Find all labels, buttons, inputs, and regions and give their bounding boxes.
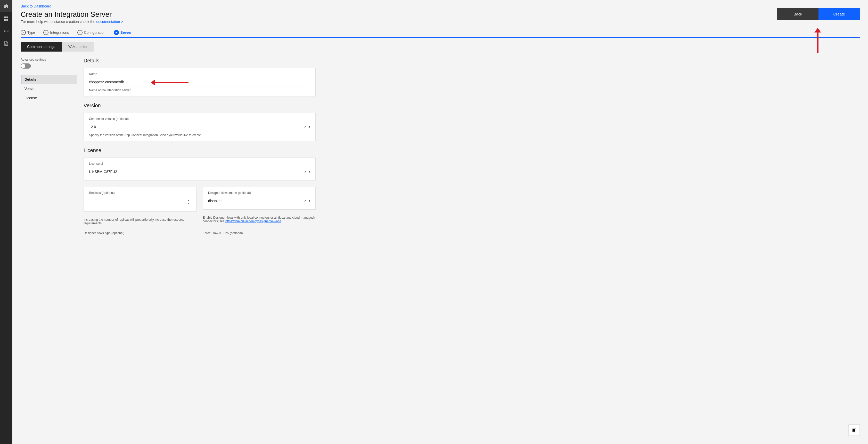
replicas-decrement[interactable]: ▼ [186, 202, 191, 205]
content-area: Advanced settings Details Version Licens… [12, 52, 868, 444]
tab-common-settings[interactable]: Common settings [21, 42, 62, 52]
license-select-wrapper: L-KSBM-C87FU2 × ▾ [89, 168, 310, 176]
details-form-section: Name Name of the integration server [84, 68, 316, 96]
replicas-form-section: Replicas (optional) ▲ ▼ [84, 187, 196, 212]
details-title: Details [84, 58, 316, 64]
steps: ✓ Type ✓ Integrations ✓ Configuration ● … [21, 30, 860, 38]
version-title: Version [84, 103, 316, 108]
step-configuration-label: Configuration [84, 30, 105, 35]
nav-item-details[interactable]: Details [21, 75, 78, 84]
designer-flows-type-label: Designer flows type (optional) [84, 231, 196, 235]
license-select-icons: × ▾ [304, 170, 310, 174]
create-button[interactable]: Create [818, 8, 860, 20]
step-integrations[interactable]: ✓ Integrations [43, 30, 69, 35]
bottom-labels-row: Designer flows type (optional) Force Flo… [84, 231, 316, 237]
replicas-input[interactable] [89, 200, 186, 204]
external-link-icon: ↗ [121, 20, 123, 24]
svg-rect-0 [4, 17, 6, 18]
back-to-dashboard-link[interactable]: Back to Dashboard [21, 4, 51, 8]
document-icon[interactable] [0, 37, 12, 50]
step-configuration-circle: ✓ [78, 30, 83, 35]
version-section: Version Channel or version (optional) 12… [84, 103, 316, 141]
designer-flows-link[interactable]: https://ibm.biz/acdeploydesignerflow-ace [225, 219, 281, 223]
link-icon[interactable] [0, 25, 12, 37]
advanced-settings-toggle[interactable] [21, 63, 31, 69]
sidebar [0, 0, 12, 444]
designer-flows-select-value: disabled [208, 199, 304, 203]
designer-flows-form-section: Designer flows mode (optional) disabled … [203, 187, 316, 210]
step-server-label: Server [120, 30, 132, 35]
header-actions: Back Create [777, 8, 860, 20]
tab-bar: Common settings YAML editor [12, 38, 868, 52]
svg-rect-2 [4, 19, 6, 21]
step-type[interactable]: ✓ Type [21, 30, 35, 35]
tab-yaml-editor[interactable]: YAML editor [62, 42, 94, 52]
replicas-label: Replicas (optional) [89, 191, 191, 195]
step-server-circle: ● [114, 30, 119, 35]
step-integrations-label: Integrations [50, 30, 69, 35]
top-header: Back to Dashboard Create an Integration … [12, 0, 868, 26]
replicas-increment[interactable]: ▲ [186, 199, 191, 202]
designer-flows-col: Designer flows mode (optional) disabled … [203, 187, 316, 225]
version-form-section: Channel or version (optional) 12.0 × ▾ S… [84, 113, 316, 141]
designer-flows-type-col: Designer flows type (optional) [84, 231, 196, 237]
designer-flows-select-wrapper: disabled × ▾ [208, 197, 310, 205]
designer-flows-hint: Enable Designer flows with only local co… [203, 216, 316, 223]
nav-item-license[interactable]: License [21, 93, 78, 103]
license-clear-icon[interactable]: × [304, 170, 307, 174]
replicas-hint: Increasing the number of replicas will p… [84, 218, 196, 225]
channel-chevron-icon[interactable]: ▾ [309, 125, 310, 129]
replicas-input-wrapper: ▲ ▼ [89, 197, 191, 207]
svg-rect-1 [6, 17, 8, 18]
license-chevron-icon[interactable]: ▾ [309, 170, 310, 173]
advanced-settings-label: Advanced settings [21, 58, 78, 61]
home-icon[interactable] [0, 0, 12, 12]
toggle-knob [21, 64, 25, 68]
page-title: Create an Integration Server [21, 10, 123, 19]
name-input[interactable] [89, 78, 310, 86]
bottom-right-panel: ▣ [848, 424, 860, 436]
channel-clear-icon[interactable]: × [304, 125, 307, 129]
name-hint: Name of the integration server [89, 89, 310, 92]
grid-icon[interactable] [0, 12, 12, 25]
channel-label: Channel or version (optional) [89, 117, 310, 121]
step-integrations-circle: ✓ [43, 30, 49, 35]
license-label: License LI [89, 162, 310, 165]
step-type-label: Type [27, 30, 35, 35]
svg-rect-3 [6, 19, 8, 21]
channel-hint: Specify the version of the App Connect I… [89, 133, 310, 137]
panel-toggle-button[interactable]: ▣ [848, 424, 860, 436]
replicas-col: Replicas (optional) ▲ ▼ Increasing the n… [84, 187, 196, 225]
name-label: Name [89, 72, 310, 76]
header-left: Back to Dashboard Create an Integration … [21, 4, 123, 24]
designer-flows-clear-icon[interactable]: × [304, 199, 307, 203]
channel-select-value: 12.0 [89, 125, 304, 129]
main-content: Back to Dashboard Create an Integration … [12, 0, 868, 444]
license-title: License [84, 148, 316, 153]
details-section: Details Name Name of the integration ser… [84, 58, 316, 96]
license-select-value: L-KSBM-C87FU2 [89, 170, 304, 174]
step-type-circle: ✓ [21, 30, 26, 35]
force-flow-https-label: Force Flow HTTPS (optional) [203, 231, 316, 235]
step-configuration[interactable]: ✓ Configuration [78, 30, 105, 35]
license-section: License License LI L-KSBM-C87FU2 × ▾ [84, 148, 316, 181]
designer-flows-label: Designer flows mode (optional) [208, 191, 310, 195]
documentation-link[interactable]: documentation [96, 20, 120, 24]
step-server[interactable]: ● Server [114, 30, 132, 35]
designer-flows-chevron-icon[interactable]: ▾ [309, 199, 310, 203]
designer-flows-select-icons: × ▾ [304, 199, 310, 203]
panel-icon: ▣ [852, 427, 857, 433]
page-subtitle: For more help with instance creation che… [21, 20, 123, 24]
channel-select-wrapper: 12.0 × ▾ [89, 123, 310, 131]
channel-select-icons: × ▾ [304, 125, 310, 129]
steps-bar: ✓ Type ✓ Integrations ✓ Configuration ● … [12, 26, 868, 38]
replicas-spinners: ▲ ▼ [186, 199, 191, 205]
license-form-section: License LI L-KSBM-C87FU2 × ▾ [84, 158, 316, 181]
two-col-section: Replicas (optional) ▲ ▼ Increasing the n… [84, 187, 316, 225]
back-button[interactable]: Back [777, 8, 818, 20]
nav-item-version[interactable]: Version [21, 84, 78, 93]
toggle-container [21, 63, 78, 69]
force-flow-https-col: Force Flow HTTPS (optional) [203, 231, 316, 237]
left-nav: Advanced settings Details Version Licens… [21, 58, 78, 438]
form-area: Details Name Name of the integration ser… [84, 58, 316, 438]
